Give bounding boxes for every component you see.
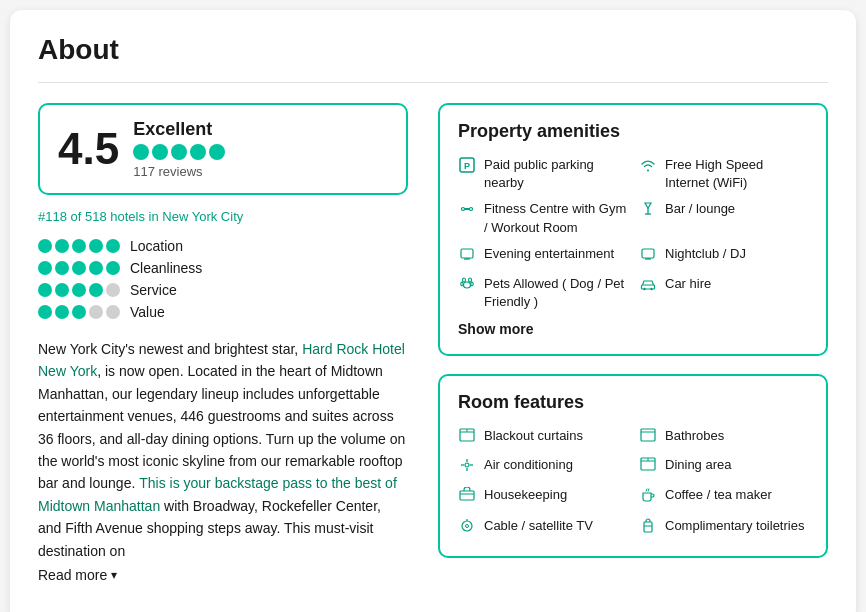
- amenity-parking: P Paid public parking nearby: [458, 156, 627, 192]
- car-icon: [639, 276, 657, 297]
- wifi-icon: [639, 157, 657, 178]
- svg-rect-9: [461, 249, 473, 258]
- feature-bathrobes: Bathrobes: [639, 427, 808, 448]
- category-service: Service: [38, 282, 408, 298]
- cleanliness-label: Cleanliness: [130, 260, 202, 276]
- coffee-icon: [639, 487, 657, 509]
- val-dot-2: [55, 305, 69, 319]
- reviews-count: 117 reviews: [133, 164, 225, 179]
- svg-point-15: [463, 278, 466, 282]
- parking-text: Paid public parking nearby: [484, 156, 627, 192]
- star-2: [152, 144, 168, 160]
- nightclub-icon: [639, 246, 657, 267]
- read-more-button[interactable]: Read more ▾: [38, 564, 408, 586]
- amenity-entertainment: Evening entertainment: [458, 245, 627, 267]
- val-dot-5: [106, 305, 120, 319]
- dining-icon: [639, 457, 657, 479]
- toiletries-text: Complimentary toiletries: [665, 517, 804, 535]
- entertainment-text: Evening entertainment: [484, 245, 614, 263]
- star-1: [133, 144, 149, 160]
- star-3: [171, 144, 187, 160]
- hotel-rank: #118 of 518 hotels in New York City: [38, 209, 408, 224]
- category-location: Location: [38, 238, 408, 254]
- blackout-icon: [458, 428, 476, 448]
- dining-text: Dining area: [665, 456, 732, 474]
- feature-coffee: Coffee / tea maker: [639, 486, 808, 509]
- bathrobe-icon: [639, 428, 657, 448]
- svc-dot-3: [72, 283, 86, 297]
- bar-text: Bar / lounge: [665, 200, 735, 218]
- svg-rect-41: [644, 522, 652, 532]
- about-card: About 4.5 Excellent 117 reviews: [10, 10, 856, 612]
- rating-box: 4.5 Excellent 117 reviews: [38, 103, 408, 195]
- amenity-nightclub: Nightclub / DJ: [639, 245, 808, 267]
- star-5: [209, 144, 225, 160]
- location-dots: [38, 239, 120, 253]
- parking-icon: P: [458, 157, 476, 178]
- val-dot-4: [89, 305, 103, 319]
- category-cleanliness: Cleanliness: [38, 260, 408, 276]
- loc-dot-5: [106, 239, 120, 253]
- svg-point-28: [465, 463, 469, 467]
- bar-icon: [639, 201, 657, 222]
- svg-rect-26: [641, 429, 655, 441]
- clean-dot-5: [106, 261, 120, 275]
- rating-details: Excellent 117 reviews: [133, 119, 225, 179]
- svg-point-21: [643, 288, 645, 290]
- svg-point-38: [462, 521, 472, 531]
- clean-dot-1: [38, 261, 52, 275]
- desc-text-2: , is now open. Located in the heart of M…: [38, 363, 405, 491]
- read-more-text: Read more: [38, 564, 107, 586]
- service-dots: [38, 283, 120, 297]
- feature-blackout: Blackout curtains: [458, 427, 627, 448]
- rating-label: Excellent: [133, 119, 225, 140]
- ac-text: Air conditioning: [484, 456, 573, 474]
- svg-point-22: [650, 288, 652, 290]
- blackout-text: Blackout curtains: [484, 427, 583, 445]
- cleanliness-dots: [38, 261, 120, 275]
- amenity-carhire: Car hire: [639, 275, 808, 311]
- svc-dot-5: [106, 283, 120, 297]
- svg-point-17: [464, 282, 471, 288]
- amenities-title: Property amenities: [458, 121, 808, 142]
- room-features-title: Room features: [458, 392, 808, 413]
- cable-text: Cable / satellite TV: [484, 517, 593, 535]
- amenity-bar: Bar / lounge: [639, 200, 808, 236]
- toiletries-icon: [639, 518, 657, 540]
- val-dot-1: [38, 305, 52, 319]
- category-scores: Location Cleanliness: [38, 238, 408, 320]
- chevron-down-icon: ▾: [111, 566, 117, 585]
- svg-point-19: [471, 282, 473, 286]
- feature-dining: Dining area: [639, 456, 808, 479]
- gym-icon: [458, 201, 476, 222]
- clean-dot-4: [89, 261, 103, 275]
- feature-ac: Air conditioning: [458, 456, 627, 479]
- pets-text: Pets Allowed ( Dog / Pet Friendly ): [484, 275, 627, 311]
- show-more-button[interactable]: Show more: [458, 321, 533, 337]
- feature-toiletries: Complimentary toiletries: [639, 517, 808, 540]
- amenities-box: Property amenities P Paid public parking…: [438, 103, 828, 356]
- left-column: 4.5 Excellent 117 reviews #118 of 518 ho…: [38, 103, 408, 586]
- star-4: [190, 144, 206, 160]
- value-label: Value: [130, 304, 165, 320]
- loc-dot-2: [55, 239, 69, 253]
- svc-dot-1: [38, 283, 52, 297]
- amenities-grid: P Paid public parking nearby Free: [458, 156, 808, 311]
- coffee-text: Coffee / tea maker: [665, 486, 772, 504]
- value-dots: [38, 305, 120, 319]
- loc-dot-1: [38, 239, 52, 253]
- svg-rect-12: [642, 249, 654, 258]
- entertainment-icon: [458, 246, 476, 267]
- clean-dot-3: [72, 261, 86, 275]
- desc-text-1: New York City's newest and brightest sta…: [38, 341, 302, 357]
- category-value: Value: [38, 304, 408, 320]
- room-features-box: Room features Blackout curtains: [438, 374, 828, 557]
- svc-dot-4: [89, 283, 103, 297]
- svc-dot-2: [55, 283, 69, 297]
- clean-dot-2: [55, 261, 69, 275]
- gym-text: Fitness Centre with Gym / Workout Room: [484, 200, 627, 236]
- svg-point-39: [466, 524, 469, 527]
- carhire-text: Car hire: [665, 275, 711, 293]
- amenity-wifi: Free High Speed Internet (WiFi): [639, 156, 808, 192]
- main-layout: 4.5 Excellent 117 reviews #118 of 518 ho…: [38, 103, 828, 586]
